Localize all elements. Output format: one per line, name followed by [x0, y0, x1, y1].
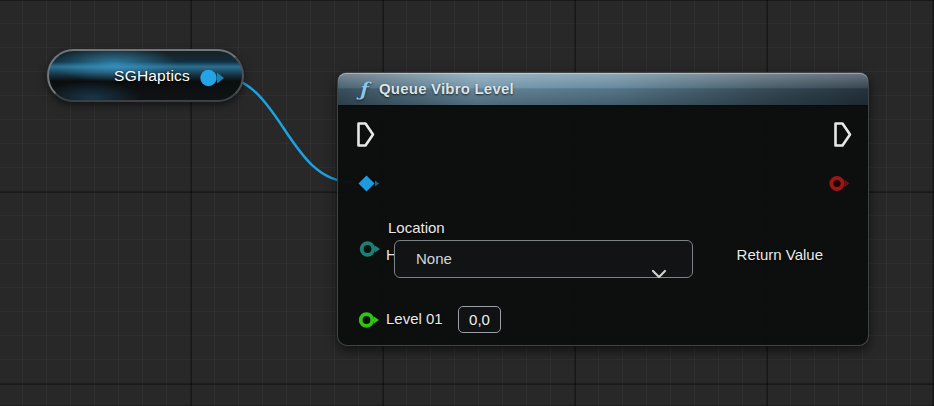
exec-pin-icon — [833, 121, 853, 148]
level-01-value: 0,0 — [469, 311, 490, 328]
exec-input-pin[interactable] — [356, 121, 376, 152]
function-f-icon: ƒ — [352, 77, 374, 101]
object-ring-pin-icon — [829, 175, 852, 192]
exec-output-pin[interactable] — [833, 121, 853, 152]
struct-diamond-pin-icon — [358, 175, 380, 192]
location-dropdown[interactable]: None — [394, 240, 693, 278]
byte-ring-pin-icon — [358, 311, 381, 329]
chevron-down-icon — [651, 256, 667, 292]
variable-node-title: SGHaptics — [114, 51, 190, 100]
enum-ring-pin-icon — [359, 240, 382, 258]
function-node-title: Queue Vibro Level — [379, 73, 514, 106]
function-node-header[interactable]: ƒ Queue Vibro Level — [338, 73, 868, 106]
sghaptics-output-pin[interactable] — [199, 68, 225, 92]
location-label: Location — [388, 219, 445, 237]
level-01-pin[interactable] — [358, 311, 381, 333]
haptics-component-pin[interactable] — [358, 175, 380, 196]
level-01-label: Level 01 — [386, 310, 443, 328]
location-dropdown-value: None — [416, 250, 452, 267]
node-queue-vibro-level[interactable]: ƒ Queue Vibro Level Haptics Component Re… — [337, 72, 869, 346]
level-01-value-input[interactable]: 0,0 — [458, 306, 501, 333]
return-value-label: Return Value — [737, 246, 823, 264]
object-pin-icon — [199, 68, 225, 88]
exec-pin-icon — [356, 121, 376, 148]
location-pin[interactable] — [359, 240, 382, 262]
return-value-pin[interactable] — [829, 175, 852, 196]
node-sghaptics[interactable]: SGHaptics — [47, 49, 244, 102]
blueprint-graph-canvas[interactable]: SGHaptics ƒ Queue Vibro Level — [0, 0, 934, 406]
